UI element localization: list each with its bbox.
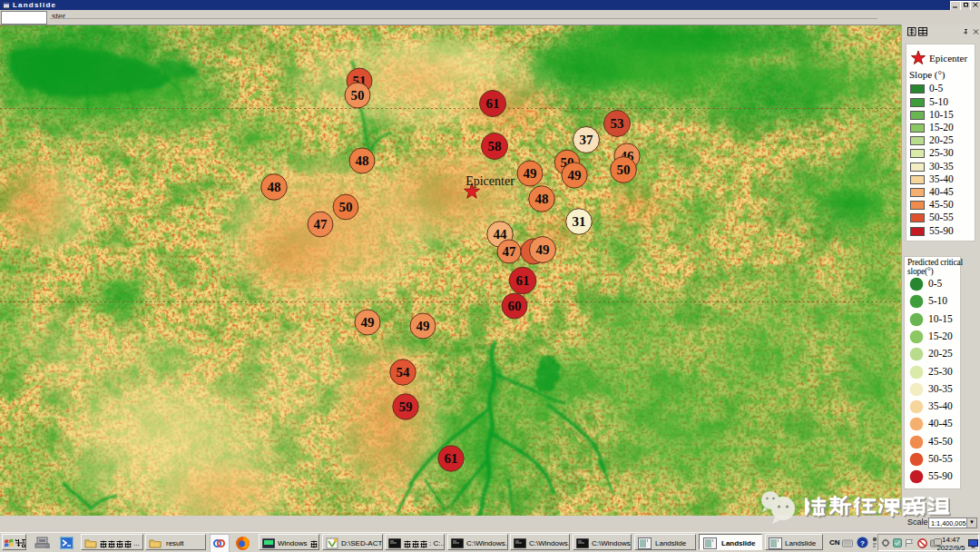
svg-text:60: 60 [508,299,522,313]
svg-text:49: 49 [416,319,430,333]
svg-text:44: 44 [494,227,508,242]
svg-text:47: 47 [314,217,328,232]
svg-text:48: 48 [356,153,369,168]
svg-text:31: 31 [573,214,586,229]
svg-text:61: 61 [516,273,530,288]
svg-text:48: 48 [268,180,281,194]
svg-text:49: 49 [536,242,550,257]
svg-text:49: 49 [361,315,375,330]
svg-text:53: 53 [611,116,624,131]
svg-text:50: 50 [617,163,631,177]
svg-text:49: 49 [524,166,537,181]
svg-text:54: 54 [397,365,411,380]
svg-text:61: 61 [486,96,500,111]
svg-text:?: ? [860,539,865,547]
svg-text:61: 61 [445,451,458,466]
svg-text:58: 58 [488,139,502,153]
svg-text:47: 47 [503,244,517,259]
svg-text:Epicenter: Epicenter [466,174,514,188]
svg-text:50: 50 [351,88,365,103]
svg-text:59: 59 [399,399,413,414]
svg-text:49: 49 [568,168,582,182]
svg-text:50: 50 [339,200,353,214]
svg-text:37: 37 [580,133,594,147]
svg-text:48: 48 [535,192,549,206]
